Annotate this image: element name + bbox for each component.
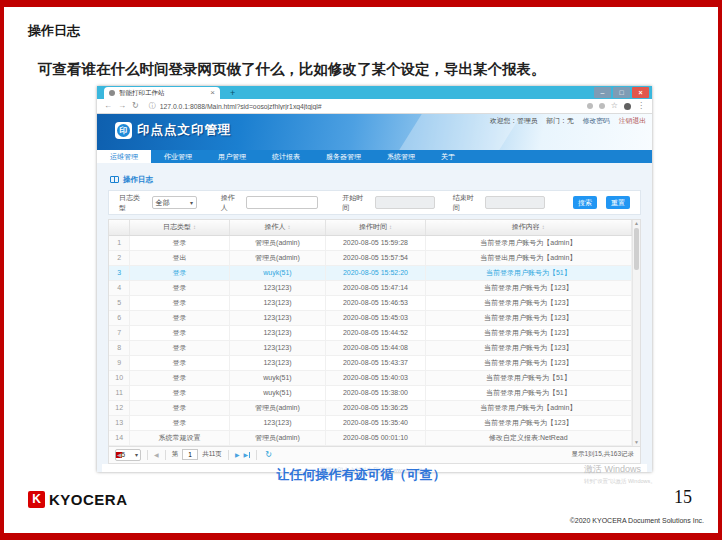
nav-item-2[interactable]: 用户管理 [205, 150, 259, 163]
table-row[interactable]: 8登录123(123)2020-08-05 15:44:08当前登录用户账号为【… [109, 340, 632, 355]
table-row[interactable]: 9登录123(123)2020-08-05 15:43:37当前登录用户账号为【… [109, 355, 632, 370]
slide-caption: 让任何操作有迹可循（可查） [0, 466, 722, 484]
table-row[interactable]: 6登录123(123)2020-08-05 15:45:03当前登录用户账号为【… [109, 310, 632, 325]
table-scrollbar[interactable]: ▲ ▼ [632, 220, 640, 446]
logout-link[interactable]: 注销退出 [619, 116, 646, 126]
reset-button[interactable]: 重置 [606, 196, 630, 209]
chevron-down-icon: ▾ [190, 199, 193, 206]
browser-menu-icon[interactable]: ⋮ [637, 102, 645, 110]
end-time-label: 结束时间 [453, 193, 481, 213]
table-row[interactable]: 5登录123(123)2020-08-05 15:46:53当前登录用户账号为【… [109, 295, 632, 310]
table-row[interactable]: 2登出管理员(admin)2020-08-05 15:57:54当前登出用户账号… [109, 250, 632, 265]
back-icon[interactable]: ← [104, 102, 112, 110]
url-field[interactable]: ⓘ 127.0.0.1:8088/Main.html?sid=oosojzfhl… [145, 101, 581, 112]
cell-operator: 123(123) [229, 325, 326, 340]
table-row[interactable]: 3登录wuyk(51)2020-08-05 15:52:20当前登录用户账号为【… [109, 265, 632, 280]
slide-title: 操作日志 [28, 22, 80, 40]
site-info-icon[interactable]: ⓘ [149, 101, 156, 111]
table-row[interactable]: 12登录管理员(admin)2020-08-05 15:36:25当前登录用户账… [109, 400, 632, 415]
department-text: 部门：无 [546, 116, 573, 126]
log-type-select[interactable]: 全部 ▾ [152, 196, 197, 209]
cell-rownum: 1 [109, 235, 130, 250]
nav-item-1[interactable]: 作业管理 [151, 150, 205, 163]
cell-content: 当前登录用户账号为【123】 [425, 340, 631, 355]
new-tab-button[interactable]: + [230, 87, 235, 99]
table-row[interactable]: 13登录123(123)2020-08-05 15:35:40当前登录用户账号为… [109, 415, 632, 430]
record-summary: 显示1到15,共163记录 [572, 450, 635, 459]
column-header-2[interactable]: 操作时间↕ [326, 220, 425, 235]
search-button[interactable]: 搜索 [573, 196, 597, 209]
cell-content: 当前登录用户账号为【51】 [425, 265, 631, 280]
cell-type: 登录 [130, 340, 229, 355]
column-header-1[interactable]: 操作人↕ [229, 220, 326, 235]
divider [165, 450, 166, 460]
key-icon[interactable] [587, 103, 593, 109]
zoom-icon[interactable] [599, 103, 605, 109]
slide-border-bottom [0, 533, 722, 540]
divider [256, 450, 257, 460]
forward-icon[interactable]: → [118, 102, 126, 110]
change-password-link[interactable]: 修改密码 [583, 116, 610, 126]
scroll-up-icon[interactable]: ▲ [633, 220, 640, 227]
window-controls: – □ × [594, 87, 649, 98]
welcome-text: 欢迎您：管理员 [490, 116, 538, 126]
web-app: 欢迎您：管理员 部门：无 修改密码 注销退出 印 印点点文印管理 运维管理作业管… [97, 114, 652, 472]
cell-type: 登录 [130, 265, 229, 280]
current-page-input[interactable] [182, 449, 198, 460]
table-row[interactable]: 11登录wuyk(51)2020-08-05 15:38:00当前登录用户账号为… [109, 385, 632, 400]
nav-item-4[interactable]: 服务器管理 [313, 150, 374, 163]
app-logo-glyph: 印 [117, 124, 130, 137]
sort-icon[interactable]: ↕ [542, 224, 545, 230]
cell-type: 登录 [130, 415, 229, 430]
panel-title-text: 操作日志 [123, 175, 153, 185]
table-row[interactable]: 10登录wuyk(51)2020-08-05 15:40:03当前登录用户账号为… [109, 370, 632, 385]
scrollbar-thumb[interactable] [634, 228, 639, 270]
end-time-input[interactable] [485, 196, 545, 209]
cell-operator: 管理员(admin) [229, 430, 326, 445]
cell-rownum: 14 [109, 430, 130, 445]
pagination-bar: 15 ▾ ◀ ◀ 第 共11页 ▶ ▶ ↻ 显示1到15,共163记录 [108, 447, 641, 464]
cell-operator: 管理员(admin) [229, 400, 326, 415]
nav-item-5[interactable]: 系统管理 [374, 150, 428, 163]
sort-icon[interactable]: ↕ [193, 224, 196, 230]
table-row[interactable]: 14系统常规设置管理员(admin)2020-08-05 00:01:10修改自… [109, 430, 632, 445]
last-page-icon[interactable]: ▶ [244, 452, 251, 458]
refresh-icon[interactable]: ↻ [265, 451, 272, 459]
window-minimize-button[interactable]: – [594, 87, 611, 98]
bookmark-star-icon[interactable]: ☆ [611, 102, 618, 110]
sort-icon[interactable]: ↕ [287, 224, 290, 230]
sort-icon[interactable]: ↕ [389, 224, 392, 230]
nav-item-0[interactable]: 运维管理 [97, 150, 151, 163]
nav-item-6[interactable]: 关于 [428, 150, 468, 163]
cell-time: 2020-08-05 15:35:40 [326, 415, 425, 430]
next-page-icon[interactable]: ▶ [235, 452, 240, 458]
cell-content: 当前登录用户账号为【51】 [425, 370, 631, 385]
tab-close-icon[interactable]: × [210, 89, 215, 97]
table-row[interactable]: 1登录管理员(admin)2020-08-05 15:59:28当前登录用户账号… [109, 235, 632, 250]
cell-time: 2020-08-05 15:38:00 [326, 385, 425, 400]
reload-icon[interactable]: ↻ [132, 102, 139, 110]
divider [228, 450, 229, 460]
window-maximize-button[interactable]: □ [613, 87, 630, 98]
column-header-0[interactable]: 日志类型↕ [130, 220, 229, 235]
scroll-down-icon[interactable]: ▼ [633, 439, 640, 446]
log-table: 日志类型↕操作人↕操作时间↕操作内容↕ 1登录管理员(admin)2020-08… [108, 219, 641, 447]
table-row[interactable]: 7登录123(123)2020-08-05 15:44:52当前登录用户账号为【… [109, 325, 632, 340]
window-close-button[interactable]: × [632, 87, 649, 98]
cell-operator: 123(123) [229, 310, 326, 325]
browser-tab[interactable]: 智能打印工作站 × [104, 87, 220, 99]
table-row[interactable]: 4登录123(123)2020-08-05 15:47:14当前登录用户账号为【… [109, 280, 632, 295]
cell-content: 当前登录用户账号为【123】 [425, 310, 631, 325]
column-header-3[interactable]: 操作内容↕ [425, 220, 631, 235]
profile-avatar-icon[interactable] [624, 103, 631, 110]
slide-border-right [718, 0, 722, 540]
user-bar: 欢迎您：管理员 部门：无 修改密码 注销退出 [490, 116, 646, 126]
start-time-input[interactable] [375, 196, 435, 209]
operator-input[interactable] [246, 196, 318, 209]
first-page-icon[interactable]: ◀ [115, 452, 122, 458]
column-header-label: 日志类型 [163, 223, 191, 230]
cell-type: 系统常规设置 [130, 430, 229, 445]
nav-item-3[interactable]: 统计报表 [259, 150, 313, 163]
prev-page-icon[interactable]: ◀ [154, 452, 159, 458]
cell-time: 2020-08-05 15:36:25 [326, 400, 425, 415]
